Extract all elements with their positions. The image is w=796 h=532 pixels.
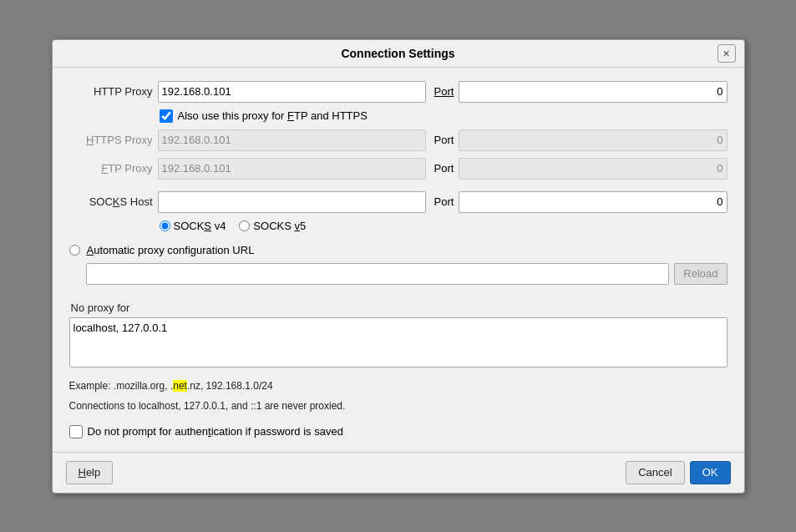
auto-proxy-label[interactable]: Automatic proxy configuration URL xyxy=(87,244,255,256)
dialog-footer: Help Cancel OK xyxy=(53,452,744,493)
socks-v4-radio[interactable] xyxy=(160,220,170,231)
auto-proxy-url-input[interactable] xyxy=(86,263,670,285)
help-button[interactable]: Help xyxy=(66,461,114,484)
reload-button[interactable]: Reload xyxy=(674,263,727,285)
http-proxy-port-label: Port xyxy=(434,85,454,98)
also-use-label[interactable]: Also use this proxy for FTP and HTTPS xyxy=(178,109,368,122)
http-proxy-row: HTTP Proxy Port xyxy=(69,81,728,103)
cancel-button[interactable]: Cancel xyxy=(626,461,684,484)
dialog-body: HTTP Proxy Port Also use this proxy for … xyxy=(53,68,744,452)
close-button[interactable]: × xyxy=(717,44,736,63)
http-proxy-input[interactable] xyxy=(158,81,426,103)
auto-proxy-row: Automatic proxy configuration URL xyxy=(69,244,728,256)
info-text: Connections to localhost, 127.0.0.1, and… xyxy=(69,400,728,412)
socks-host-label: SOCKS Host xyxy=(69,195,153,208)
ftp-proxy-port-label: Port xyxy=(434,162,454,175)
no-proxy-textarea[interactable] xyxy=(69,317,728,367)
ftp-proxy-input[interactable] xyxy=(158,158,426,180)
http-proxy-label: HTTP Proxy xyxy=(69,85,153,98)
ftp-proxy-port-input[interactable] xyxy=(459,158,727,180)
https-proxy-row: HTTPS Proxy Port xyxy=(69,129,728,151)
also-use-checkbox[interactable] xyxy=(160,109,173,123)
auto-proxy-url-row: Reload xyxy=(69,263,728,285)
socks-v5-label[interactable]: SOCKS v5 xyxy=(253,220,306,232)
dialog-title: Connection Settings xyxy=(341,47,454,60)
socks-v5-radio[interactable] xyxy=(239,220,250,231)
no-auth-label[interactable]: Do not prompt for authentication if pass… xyxy=(88,425,343,438)
socks-host-row: SOCKS Host Port xyxy=(69,191,728,213)
ftp-proxy-row: FTP Proxy Port xyxy=(69,158,728,180)
auto-proxy-radio[interactable] xyxy=(69,245,80,256)
example-highlight: net xyxy=(173,380,187,392)
socks-version-row: SOCKS v4 SOCKS v5 xyxy=(69,220,728,232)
socks-v4-label[interactable]: SOCKS v4 xyxy=(174,220,226,232)
https-proxy-port-input[interactable] xyxy=(459,129,727,151)
https-proxy-label: HTTPS Proxy xyxy=(69,134,153,146)
no-auth-checkbox[interactable] xyxy=(69,425,83,438)
socks-v4-option: SOCKS v4 xyxy=(160,220,226,232)
ftp-proxy-label: FTP Proxy xyxy=(69,162,153,175)
socks-port-input[interactable] xyxy=(459,191,727,213)
no-proxy-section: No proxy for xyxy=(69,296,728,370)
no-auth-checkbox-row: Do not prompt for authentication if pass… xyxy=(69,425,728,438)
example-part2: .nz, 192.168.1.0/24 xyxy=(187,380,273,392)
example-text: Example: .mozilla.org, .net.nz, 192.168.… xyxy=(69,380,728,392)
dialog-titlebar: Connection Settings × xyxy=(53,40,744,68)
http-proxy-port-input[interactable] xyxy=(459,81,727,103)
https-proxy-port-label: Port xyxy=(434,134,454,146)
no-proxy-label: No proxy for xyxy=(69,301,728,314)
example-part1: Example: .mozilla.org, . xyxy=(69,380,174,392)
https-proxy-input[interactable] xyxy=(158,129,426,151)
socks-port-label: Port xyxy=(434,195,454,208)
ok-button[interactable]: OK xyxy=(690,461,731,484)
footer-right: Cancel OK xyxy=(626,461,730,484)
also-use-checkbox-row: Also use this proxy for FTP and HTTPS xyxy=(69,109,728,123)
socks-host-input[interactable] xyxy=(158,191,426,213)
connection-settings-dialog: Connection Settings × HTTP Proxy Port Al… xyxy=(52,39,745,494)
socks-v5-option: SOCKS v5 xyxy=(239,220,306,232)
